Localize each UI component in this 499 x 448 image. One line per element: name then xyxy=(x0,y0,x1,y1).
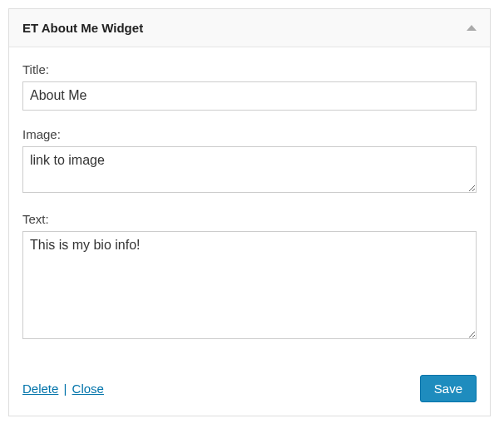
image-textarea[interactable] xyxy=(22,146,477,193)
widget-header[interactable]: ET About Me Widget xyxy=(9,9,490,47)
widget-title: ET About Me Widget xyxy=(22,21,143,35)
field-title: Title: xyxy=(22,62,477,111)
title-input[interactable] xyxy=(22,81,477,111)
save-button[interactable]: Save xyxy=(420,375,477,402)
title-label: Title: xyxy=(22,62,477,76)
separator: | xyxy=(64,382,67,396)
field-text: Text: xyxy=(22,212,477,342)
widget-body: Title: Image: Text: xyxy=(9,47,490,370)
close-link[interactable]: Close xyxy=(72,382,104,396)
text-label: Text: xyxy=(22,212,477,226)
collapse-toggle-icon[interactable] xyxy=(467,25,477,31)
delete-link[interactable]: Delete xyxy=(22,382,58,396)
widget-footer: Delete | Close Save xyxy=(9,370,490,416)
text-textarea[interactable] xyxy=(22,231,477,339)
field-image: Image: xyxy=(22,127,477,195)
widget-panel: ET About Me Widget Title: Image: Text: D… xyxy=(8,8,491,416)
image-label: Image: xyxy=(22,127,477,141)
footer-links: Delete | Close xyxy=(22,382,104,396)
